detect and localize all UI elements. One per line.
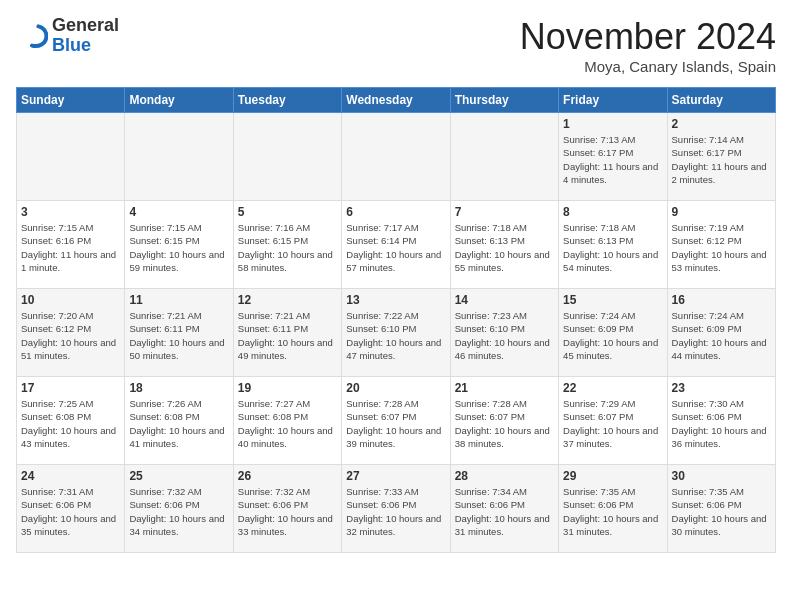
day-cell: 8Sunrise: 7:18 AM Sunset: 6:13 PM Daylig… [559,201,667,289]
day-cell: 28Sunrise: 7:34 AM Sunset: 6:06 PM Dayli… [450,465,558,553]
header-wednesday: Wednesday [342,88,450,113]
day-cell: 7Sunrise: 7:18 AM Sunset: 6:13 PM Daylig… [450,201,558,289]
day-number: 3 [21,205,120,219]
logo-text: General Blue [52,16,119,56]
header-thursday: Thursday [450,88,558,113]
day-number: 18 [129,381,228,395]
day-number: 27 [346,469,445,483]
day-number: 24 [21,469,120,483]
day-info: Sunrise: 7:29 AM Sunset: 6:07 PM Dayligh… [563,397,662,450]
day-info: Sunrise: 7:15 AM Sunset: 6:15 PM Dayligh… [129,221,228,274]
day-cell: 18Sunrise: 7:26 AM Sunset: 6:08 PM Dayli… [125,377,233,465]
day-number: 17 [21,381,120,395]
day-number: 23 [672,381,771,395]
day-info: Sunrise: 7:21 AM Sunset: 6:11 PM Dayligh… [129,309,228,362]
day-number: 2 [672,117,771,131]
day-info: Sunrise: 7:13 AM Sunset: 6:17 PM Dayligh… [563,133,662,186]
day-number: 4 [129,205,228,219]
day-cell: 21Sunrise: 7:28 AM Sunset: 6:07 PM Dayli… [450,377,558,465]
day-number: 22 [563,381,662,395]
day-number: 19 [238,381,337,395]
day-number: 7 [455,205,554,219]
location: Moya, Canary Islands, Spain [520,58,776,75]
day-info: Sunrise: 7:22 AM Sunset: 6:10 PM Dayligh… [346,309,445,362]
day-cell: 9Sunrise: 7:19 AM Sunset: 6:12 PM Daylig… [667,201,775,289]
day-cell: 30Sunrise: 7:35 AM Sunset: 6:06 PM Dayli… [667,465,775,553]
day-cell: 4Sunrise: 7:15 AM Sunset: 6:15 PM Daylig… [125,201,233,289]
day-number: 14 [455,293,554,307]
day-info: Sunrise: 7:28 AM Sunset: 6:07 PM Dayligh… [346,397,445,450]
day-number: 26 [238,469,337,483]
day-info: Sunrise: 7:19 AM Sunset: 6:12 PM Dayligh… [672,221,771,274]
title-block: November 2024 Moya, Canary Islands, Spai… [520,16,776,75]
day-cell: 20Sunrise: 7:28 AM Sunset: 6:07 PM Dayli… [342,377,450,465]
day-number: 1 [563,117,662,131]
day-cell: 15Sunrise: 7:24 AM Sunset: 6:09 PM Dayli… [559,289,667,377]
page-header: General Blue November 2024 Moya, Canary … [16,16,776,75]
day-info: Sunrise: 7:34 AM Sunset: 6:06 PM Dayligh… [455,485,554,538]
day-cell: 22Sunrise: 7:29 AM Sunset: 6:07 PM Dayli… [559,377,667,465]
day-info: Sunrise: 7:15 AM Sunset: 6:16 PM Dayligh… [21,221,120,274]
day-number: 13 [346,293,445,307]
day-info: Sunrise: 7:32 AM Sunset: 6:06 PM Dayligh… [238,485,337,538]
day-number: 28 [455,469,554,483]
day-info: Sunrise: 7:20 AM Sunset: 6:12 PM Dayligh… [21,309,120,362]
day-cell: 1Sunrise: 7:13 AM Sunset: 6:17 PM Daylig… [559,113,667,201]
day-cell: 29Sunrise: 7:35 AM Sunset: 6:06 PM Dayli… [559,465,667,553]
day-cell: 24Sunrise: 7:31 AM Sunset: 6:06 PM Dayli… [17,465,125,553]
day-number: 21 [455,381,554,395]
day-cell: 23Sunrise: 7:30 AM Sunset: 6:06 PM Dayli… [667,377,775,465]
logo-icon [16,20,48,52]
week-row-5: 24Sunrise: 7:31 AM Sunset: 6:06 PM Dayli… [17,465,776,553]
day-cell: 17Sunrise: 7:25 AM Sunset: 6:08 PM Dayli… [17,377,125,465]
header-friday: Friday [559,88,667,113]
logo-general: General [52,16,119,36]
day-number: 5 [238,205,337,219]
day-cell: 25Sunrise: 7:32 AM Sunset: 6:06 PM Dayli… [125,465,233,553]
day-info: Sunrise: 7:27 AM Sunset: 6:08 PM Dayligh… [238,397,337,450]
day-number: 15 [563,293,662,307]
day-info: Sunrise: 7:21 AM Sunset: 6:11 PM Dayligh… [238,309,337,362]
day-cell [342,113,450,201]
day-number: 9 [672,205,771,219]
day-cell [125,113,233,201]
day-number: 16 [672,293,771,307]
week-row-3: 10Sunrise: 7:20 AM Sunset: 6:12 PM Dayli… [17,289,776,377]
header-saturday: Saturday [667,88,775,113]
week-row-2: 3Sunrise: 7:15 AM Sunset: 6:16 PM Daylig… [17,201,776,289]
day-number: 6 [346,205,445,219]
day-info: Sunrise: 7:35 AM Sunset: 6:06 PM Dayligh… [563,485,662,538]
day-info: Sunrise: 7:17 AM Sunset: 6:14 PM Dayligh… [346,221,445,274]
day-number: 12 [238,293,337,307]
day-cell: 10Sunrise: 7:20 AM Sunset: 6:12 PM Dayli… [17,289,125,377]
day-info: Sunrise: 7:35 AM Sunset: 6:06 PM Dayligh… [672,485,771,538]
header-monday: Monday [125,88,233,113]
day-info: Sunrise: 7:25 AM Sunset: 6:08 PM Dayligh… [21,397,120,450]
day-cell: 16Sunrise: 7:24 AM Sunset: 6:09 PM Dayli… [667,289,775,377]
day-cell: 14Sunrise: 7:23 AM Sunset: 6:10 PM Dayli… [450,289,558,377]
day-cell: 5Sunrise: 7:16 AM Sunset: 6:15 PM Daylig… [233,201,341,289]
day-cell [450,113,558,201]
day-cell: 11Sunrise: 7:21 AM Sunset: 6:11 PM Dayli… [125,289,233,377]
calendar-table: SundayMondayTuesdayWednesdayThursdayFrid… [16,87,776,553]
header-sunday: Sunday [17,88,125,113]
day-number: 8 [563,205,662,219]
day-number: 10 [21,293,120,307]
day-cell: 13Sunrise: 7:22 AM Sunset: 6:10 PM Dayli… [342,289,450,377]
day-cell [233,113,341,201]
day-cell: 3Sunrise: 7:15 AM Sunset: 6:16 PM Daylig… [17,201,125,289]
month-title: November 2024 [520,16,776,58]
header-tuesday: Tuesday [233,88,341,113]
day-cell: 2Sunrise: 7:14 AM Sunset: 6:17 PM Daylig… [667,113,775,201]
day-info: Sunrise: 7:16 AM Sunset: 6:15 PM Dayligh… [238,221,337,274]
day-info: Sunrise: 7:26 AM Sunset: 6:08 PM Dayligh… [129,397,228,450]
day-info: Sunrise: 7:24 AM Sunset: 6:09 PM Dayligh… [672,309,771,362]
day-info: Sunrise: 7:18 AM Sunset: 6:13 PM Dayligh… [563,221,662,274]
day-number: 11 [129,293,228,307]
day-number: 30 [672,469,771,483]
day-info: Sunrise: 7:23 AM Sunset: 6:10 PM Dayligh… [455,309,554,362]
day-info: Sunrise: 7:24 AM Sunset: 6:09 PM Dayligh… [563,309,662,362]
week-row-1: 1Sunrise: 7:13 AM Sunset: 6:17 PM Daylig… [17,113,776,201]
day-cell: 12Sunrise: 7:21 AM Sunset: 6:11 PM Dayli… [233,289,341,377]
day-cell [17,113,125,201]
